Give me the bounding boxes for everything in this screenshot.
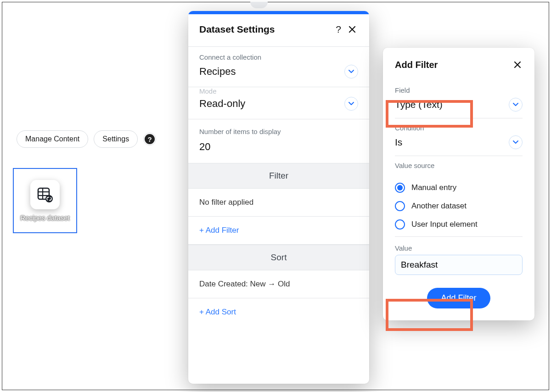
panel-help-icon[interactable]: ? — [332, 22, 345, 36]
filter-none-row: No filter applied — [188, 189, 369, 217]
question-icon: ? — [145, 134, 155, 144]
dataset-node[interactable]: Recipes dataset — [13, 168, 77, 233]
radio-icon — [395, 201, 405, 211]
dataset-toolbar: Manage Content Settings ? — [17, 130, 156, 148]
dataset-icon — [30, 180, 60, 209]
field-label: Field — [395, 86, 523, 94]
manage-content-button[interactable]: Manage Content — [17, 130, 88, 148]
dataset-node-label: Recipes dataset — [20, 214, 70, 222]
mode-value: Read-only — [199, 98, 344, 110]
panel-title: Add Filter — [395, 60, 511, 70]
field-label: Value source — [395, 162, 523, 169]
filter-condition-dropdown[interactable] — [509, 135, 523, 149]
radio-icon — [395, 183, 405, 193]
radio-user-input-element[interactable]: User Input element — [395, 215, 523, 234]
value-label: Value — [395, 244, 523, 252]
radio-label: Manual entry — [411, 183, 456, 192]
mode-dropdown[interactable] — [344, 97, 358, 111]
add-sort-link[interactable]: + Add Sort — [188, 298, 369, 326]
field-label: Condition — [395, 124, 523, 132]
radio-another-dataset[interactable]: Another dataset — [395, 197, 523, 215]
close-icon[interactable] — [511, 58, 524, 72]
panel-title: Dataset Settings — [199, 24, 332, 35]
sort-section-header: Sort — [188, 245, 369, 270]
filter-value-input[interactable] — [395, 255, 523, 275]
filter-field-value: Type (Text) — [395, 99, 509, 110]
filter-condition-section: Condition Is — [395, 118, 523, 156]
radio-icon — [395, 219, 405, 230]
collection-dropdown[interactable] — [344, 65, 358, 78]
radio-label: Another dataset — [411, 202, 467, 211]
dataset-settings-panel: Dataset Settings ? Connect a collection … — [188, 11, 369, 384]
num-items-value: 20 — [199, 141, 358, 153]
field-label: Connect a collection — [199, 53, 358, 61]
settings-button[interactable]: Settings — [94, 130, 138, 148]
mode-label-cut: Mode — [199, 87, 358, 95]
add-filter-link[interactable]: + Add Filter — [188, 217, 369, 245]
filter-section-header: Filter — [188, 163, 369, 189]
filter-field-dropdown[interactable] — [509, 98, 523, 112]
value-source-radio-group: Manual entry Another dataset User Input … — [395, 173, 523, 236]
add-filter-panel: Add Filter Field Type (Text) Condition I… — [383, 48, 534, 320]
panel-header: Dataset Settings ? — [188, 14, 369, 46]
sort-row: Date Created: New → Old — [188, 270, 369, 298]
filter-field-section: Field Type (Text) — [395, 81, 523, 118]
filter-condition-value: Is — [395, 137, 509, 148]
connect-collection-field: Connect a collection Recipes — [188, 47, 369, 87]
panel-header: Add Filter — [383, 48, 534, 81]
add-filter-button[interactable]: Add Filter — [427, 288, 490, 308]
num-items-field: Number of items to display 20 — [188, 119, 369, 163]
panel-accent-bar — [188, 11, 369, 14]
help-button[interactable]: ? — [143, 133, 156, 146]
field-label: Number of items to display — [199, 128, 358, 135]
collection-value: Recipes — [199, 66, 344, 78]
radio-manual-entry[interactable]: Manual entry — [395, 179, 523, 197]
radio-label: User Input element — [411, 220, 478, 229]
close-icon[interactable] — [345, 22, 359, 36]
mode-field: Mode Read-only — [188, 87, 369, 119]
value-source-section: Value source Manual entry Another datase… — [395, 156, 523, 237]
